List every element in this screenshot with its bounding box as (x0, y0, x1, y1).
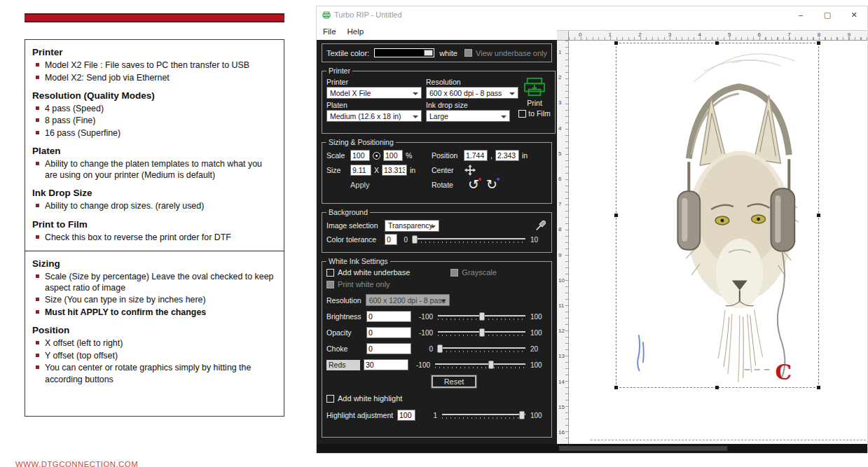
selection-handle-bottom-right[interactable] (817, 386, 820, 389)
add-white-highlight-label: Add white highlight (338, 394, 402, 403)
add-white-highlight-box[interactable] (326, 395, 334, 403)
image-selection-select[interactable]: Transparency (385, 220, 439, 232)
selection-handle-bottom-left[interactable] (614, 386, 618, 389)
textile-color-swatch[interactable] (374, 48, 434, 57)
bullet-square-icon (36, 274, 39, 278)
selection-handle-top-left[interactable] (614, 41, 618, 45)
position-x-input[interactable] (464, 150, 488, 161)
reds-input[interactable] (364, 359, 408, 370)
horizontal-scrollbar[interactable] (559, 446, 727, 451)
textile-color-value: white (439, 49, 457, 57)
reds-slider-track[interactable] (435, 361, 525, 370)
minimize-button[interactable]: – (787, 6, 814, 23)
selection-handle-middle-left[interactable] (614, 214, 618, 217)
ruler-number: 2 (558, 74, 561, 81)
section-heading: Print to Film (32, 219, 275, 230)
bullet-item: Must hit APPLY to confirm the changes (32, 307, 275, 318)
artwork-selection[interactable]: C (616, 43, 819, 388)
printer-select[interactable]: Model X File (326, 87, 422, 99)
opacity-slider-row: Opacity-100100 (326, 327, 547, 338)
selection-handle-top-right[interactable] (817, 41, 820, 45)
add-white-underbase-box[interactable] (326, 269, 334, 277)
scale-y-input[interactable] (383, 150, 403, 161)
maximize-button[interactable]: ▢ (814, 6, 841, 23)
rotate-cw-button[interactable]: ↻ (486, 179, 497, 191)
choke-slider-track[interactable] (438, 344, 525, 354)
titlebar[interactable]: Turbo RIP - Untitled – ▢ ✕ (317, 6, 867, 23)
printer-select-value: Model X File (330, 89, 371, 97)
grayscale-checkbox[interactable]: Grayscale (450, 268, 497, 277)
bullet-item: 8 pass (Fine) (32, 115, 275, 126)
section-heading: Platen (32, 146, 275, 156)
turbo-rip-window: Turbo RIP - Untitled – ▢ ✕ File Help Tex… (316, 6, 868, 454)
apply-button[interactable]: Apply (350, 181, 370, 189)
add-white-highlight-checkbox[interactable]: Add white highlight (326, 394, 402, 403)
print-white-only-box[interactable] (326, 281, 334, 288)
opacity-input[interactable] (366, 327, 411, 338)
tolerance-thumb[interactable] (412, 235, 418, 244)
menu-help[interactable]: Help (347, 27, 364, 36)
reds-label[interactable]: Reds (326, 360, 360, 370)
print-label: Print (527, 99, 542, 107)
ruler-number: 12 (558, 328, 565, 334)
aspect-ratio-lock[interactable] (373, 152, 380, 160)
view-underbase-only-checkbox[interactable]: View underbase only (464, 49, 547, 57)
canvas-area[interactable]: 0123456789 12345678910111213141516 (557, 23, 867, 444)
opacity-label: Opacity (326, 328, 363, 337)
brightness-slider-track[interactable] (438, 312, 525, 321)
center-button-icon[interactable] (464, 164, 476, 176)
platen-select[interactable]: Medium (12.6 x 18 in) (326, 110, 422, 122)
selection-handle-bottom-middle[interactable] (715, 386, 719, 389)
choke-input[interactable] (366, 343, 411, 354)
size-x-input[interactable] (350, 165, 371, 176)
ruler-number: 2 (638, 32, 641, 38)
textile-color-bar: Textile color: white View underbase only (322, 43, 552, 62)
view-underbase-only-box[interactable] (464, 49, 472, 57)
grayscale-box[interactable] (450, 269, 458, 277)
bullet-item: Size (You can type in size by inches her… (32, 294, 275, 305)
print-white-only-checkbox[interactable]: Print white only (326, 280, 390, 288)
white-ink-group: White Ink Settings Add white underbase G… (322, 257, 552, 438)
eyedropper-icon[interactable] (535, 219, 547, 232)
ink-drop-size-select[interactable]: Large (426, 110, 510, 122)
comma-separator: , (490, 151, 492, 160)
print-button-icon[interactable] (523, 77, 546, 98)
position-y-input[interactable] (495, 150, 519, 161)
bullet-text: Must hit APPLY to confirm the changes (45, 307, 206, 318)
reset-button[interactable]: Reset (432, 375, 476, 388)
menu-file[interactable]: File (323, 27, 336, 36)
choke-slider-thumb[interactable] (437, 344, 443, 353)
sizing-group: Sizing & Positioning Scale % Size (322, 138, 552, 204)
highlight-adjustment-input[interactable] (397, 410, 415, 421)
bullet-square-icon (36, 341, 39, 344)
highlight-thumb[interactable] (519, 411, 525, 419)
percent-label: % (406, 151, 412, 160)
selection-handle-top-middle[interactable] (715, 41, 719, 45)
background-group: Background Image selection Transparency … (322, 208, 552, 253)
ruler-number: 6 (758, 32, 761, 38)
rotate-ccw-button[interactable]: ↺ (468, 179, 479, 191)
highlight-track[interactable] (442, 411, 525, 420)
color-tolerance-track[interactable] (413, 235, 525, 244)
scale-x-input[interactable] (350, 150, 370, 161)
opacity-slider-thumb[interactable] (479, 328, 485, 337)
image-selection-label: Image selection (326, 221, 381, 230)
section-heading: Resolution (Quality Modes) (32, 90, 275, 101)
opacity-slider-track[interactable] (438, 328, 525, 337)
selection-handle-middle-right[interactable] (817, 214, 820, 217)
brightness-input[interactable] (366, 311, 411, 322)
to-film-box[interactable] (518, 110, 526, 118)
color-tolerance-label: Color tolerance (326, 235, 381, 244)
textile-color-picker-button[interactable] (424, 50, 433, 56)
to-film-checkbox[interactable]: to Film (518, 109, 551, 118)
position-unit-label: in (522, 151, 528, 160)
brightness-slider-thumb[interactable] (479, 312, 485, 321)
choke-min-label: 0 (415, 345, 433, 353)
printer-group: Printer Printer Resolution Model X File … (322, 67, 556, 134)
add-white-underbase-checkbox[interactable]: Add white underbase (326, 268, 410, 277)
color-tolerance-input[interactable] (385, 234, 397, 245)
close-button[interactable]: ✕ (841, 6, 867, 23)
reds-slider-thumb[interactable] (488, 361, 494, 369)
size-y-input[interactable] (382, 165, 407, 176)
resolution-select[interactable]: 600 x 600 dpi - 8 pass (426, 87, 518, 99)
